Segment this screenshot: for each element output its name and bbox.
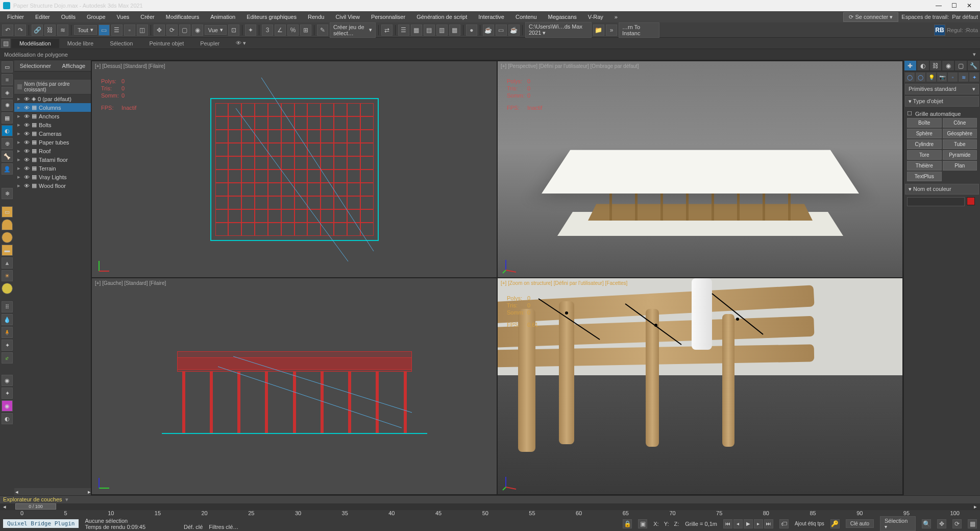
- prim-cylinder-button[interactable]: Cylindre: [907, 139, 942, 149]
- menu-groupe[interactable]: Groupe: [82, 13, 111, 21]
- prim-dropdown[interactable]: Primitives standard▾: [905, 84, 979, 94]
- open-explorer-button[interactable]: 📁: [593, 25, 604, 36]
- layer-explorer-bar[interactable]: Explorateur de couches▾: [0, 496, 980, 503]
- viewport-cam-label[interactable]: [+] [Zoom on structure] [Défini par l'ut…: [501, 280, 627, 286]
- keymode-dropdown[interactable]: Sélection ▾: [880, 516, 916, 531]
- tool-dome-icon[interactable]: [2, 219, 13, 230]
- viewport-top[interactable]: [+] [Dessus] [Standard] [Filaire] Polys:…: [92, 61, 497, 277]
- cat-space-icon[interactable]: ≋: [959, 73, 968, 82]
- toggle-ribbon-button[interactable]: ▤: [424, 25, 435, 36]
- tab-modify-icon[interactable]: ◐: [917, 60, 929, 71]
- prim-pyramid-button[interactable]: Pyramide: [943, 150, 977, 160]
- ribbon-tab-peinture[interactable]: Peinture objet: [141, 39, 192, 48]
- tag-icon[interactable]: 🏷: [779, 519, 789, 528]
- close-button[interactable]: ✕: [962, 1, 977, 11]
- snap-button[interactable]: 3: [262, 25, 273, 36]
- next-frame-button[interactable]: ▸: [754, 519, 763, 528]
- menu-editer[interactable]: Editer: [30, 13, 55, 21]
- menu-vues[interactable]: Vues: [112, 13, 135, 21]
- ribbon-tab-modelisation[interactable]: Modélisation: [11, 39, 59, 48]
- redo-button[interactable]: ↷: [15, 25, 26, 36]
- selection-filter[interactable]: Tout▾: [74, 25, 97, 35]
- key-icon[interactable]: 🔑: [830, 519, 840, 528]
- tool-bone-icon[interactable]: 🦴: [2, 151, 13, 162]
- menu-contenu[interactable]: Contenu: [510, 13, 542, 21]
- layer-row-woodfloor[interactable]: ▸👁▦Wood floor: [14, 181, 91, 190]
- tool-cone-icon[interactable]: ▲: [2, 257, 13, 269]
- menu-vray[interactable]: V-Ray: [583, 13, 608, 21]
- layer-row-cameras[interactable]: ▸👁▦Cameras: [14, 129, 91, 138]
- tool-grass-icon[interactable]: ⸙: [2, 352, 13, 364]
- time-slider-thumb[interactable]: 0 / 100: [15, 503, 56, 510]
- prim-box-button[interactable]: Boîte: [907, 118, 942, 128]
- ribbon-tab-eye[interactable]: 👁 ▾: [228, 38, 254, 48]
- pivot-button[interactable]: ⊡: [228, 25, 239, 36]
- schematic-button[interactable]: ▦: [449, 25, 460, 36]
- tool-display-icon[interactable]: ▦: [2, 112, 13, 124]
- link-button[interactable]: 🔗: [32, 25, 43, 36]
- tool-active-icon[interactable]: ◐: [2, 125, 13, 136]
- tab-create-icon[interactable]: ✚: [904, 60, 917, 71]
- menu-animation[interactable]: Animation: [205, 13, 240, 21]
- window-crossing-button[interactable]: ◫: [137, 25, 148, 36]
- align-button[interactable]: ☰: [398, 25, 409, 36]
- cat-geom-icon[interactable]: ◯: [905, 73, 915, 82]
- render-setup-button[interactable]: ☕: [483, 25, 494, 36]
- goto-start-button[interactable]: ⏮: [723, 519, 732, 528]
- rollout-name-color[interactable]: ▾ Nom et couleur: [905, 184, 979, 195]
- tool-vray4-icon[interactable]: ◐: [2, 413, 13, 424]
- cat-sys-icon[interactable]: ✦: [969, 73, 979, 82]
- scene-tab-display[interactable]: Affichage: [62, 63, 86, 69]
- autokey-button[interactable]: Clé auto: [846, 519, 874, 528]
- move-button[interactable]: ✥: [154, 25, 165, 36]
- menu-modificateurs[interactable]: Modificateurs: [161, 13, 204, 21]
- layer-row-terrain[interactable]: ▸👁▦Terrain: [14, 164, 91, 173]
- menu-outils[interactable]: Outils: [56, 13, 81, 21]
- viewport-top-label[interactable]: [+] [Dessus] [Standard] [Filaire]: [95, 63, 165, 69]
- autogrid-checkbox[interactable]: ☐Grille automatique: [907, 109, 977, 118]
- menu-civilview[interactable]: Civil View: [330, 13, 364, 21]
- ribbon-min-button[interactable]: ▤: [1, 39, 10, 48]
- menu-personnaliser[interactable]: Personnaliser: [366, 13, 410, 21]
- nav-pan-icon[interactable]: ✥: [937, 519, 946, 528]
- layer-row-default[interactable]: ▸👁◈0 (par défaut): [14, 94, 91, 103]
- layer-row-vraylights[interactable]: ▸👁▦Vray Lights: [14, 173, 91, 181]
- tool-star-icon[interactable]: ✦: [2, 340, 13, 351]
- spinner-snap-button[interactable]: ⊞: [300, 25, 311, 36]
- tab-hierarchy-icon[interactable]: ⛓: [929, 60, 942, 71]
- select-name-button[interactable]: ☰: [111, 25, 122, 36]
- tab-motion-icon[interactable]: ◉: [942, 60, 954, 71]
- poly-ribbon-expand[interactable]: ▾: [973, 51, 976, 58]
- prim-textplus-button[interactable]: TextPlus: [907, 172, 942, 181]
- prev-frame-button[interactable]: ◂: [733, 519, 743, 528]
- project-path[interactable]: C:\Users\Wi…ds Max 2021 ▾: [525, 22, 592, 38]
- undo-button[interactable]: ↶: [2, 25, 13, 36]
- cat-cam-icon[interactable]: 📷: [937, 73, 947, 82]
- nav-orbit-icon[interactable]: ⟳: [952, 519, 962, 528]
- layer-row-papertubes[interactable]: ▸👁▦Paper tubes: [14, 138, 91, 147]
- name-input[interactable]: [907, 197, 965, 206]
- workspace-value[interactable]: Par défaut: [952, 14, 978, 20]
- named-sel-dropdown[interactable]: Créer jeu de sélect…▾: [330, 22, 376, 38]
- ref-coord[interactable]: Vue▾: [205, 25, 227, 35]
- minimize-button[interactable]: —: [931, 1, 946, 11]
- ribbon-tab-peupler[interactable]: Peupler: [192, 39, 228, 48]
- layer-row-bolts[interactable]: ▸👁▦Bolts: [14, 120, 91, 129]
- tool-iso-icon[interactable]: ◈: [2, 87, 13, 98]
- prim-teapot-button[interactable]: Théière: [907, 161, 942, 171]
- unlink-button[interactable]: ⛓: [44, 25, 56, 36]
- ribbon-tab-modelibre[interactable]: Mode libre: [59, 39, 102, 48]
- tool-scatter-icon[interactable]: ⠿: [2, 301, 13, 312]
- tool-person-icon[interactable]: 🧍: [2, 327, 13, 338]
- render-frame-button[interactable]: ▭: [496, 25, 507, 36]
- angle-snap-button[interactable]: ∠: [275, 25, 286, 36]
- viewport-perspective[interactable]: [+] [Perspective] [Défini par l'utilisat…: [498, 61, 902, 277]
- tab-util-icon[interactable]: 🔧: [967, 60, 980, 71]
- curve-editor-button[interactable]: ▥: [436, 25, 448, 36]
- goto-end-button[interactable]: ⏭: [764, 519, 773, 528]
- nav-max-icon[interactable]: ▦: [968, 519, 977, 528]
- tool-select-icon[interactable]: ▭: [2, 61, 13, 73]
- viewport-persp-label[interactable]: [+] [Perspective] [Défini par l'utilisat…: [501, 63, 639, 69]
- named-sel-edit[interactable]: ✎: [317, 25, 328, 36]
- manip-button[interactable]: ✦: [245, 25, 256, 36]
